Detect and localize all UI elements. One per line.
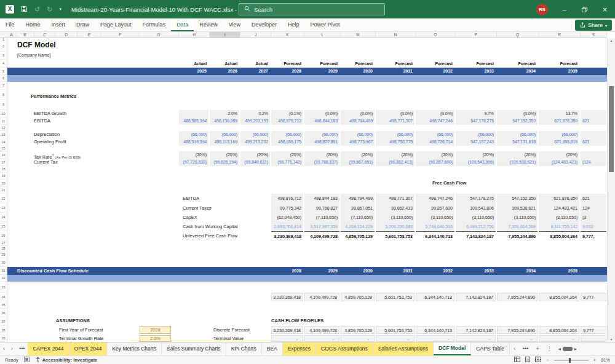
column-header-G[interactable]: G: [139, 32, 179, 38]
cell[interactable]: 7,955,244,890: [497, 326, 538, 334]
cell[interactable]: (66,000): [210, 131, 239, 138]
cell[interactable]: 0.2%: [240, 110, 270, 117]
zoom-level[interactable]: 81%: [601, 357, 610, 363]
column-header-I[interactable]: I: [210, 32, 240, 38]
ribbon-tab-home[interactable]: Home: [20, 18, 46, 31]
cell[interactable]: (99,867,051): [341, 159, 375, 166]
cell[interactable]: 621: [581, 138, 606, 146]
redo-icon[interactable]: ↻: [47, 0, 52, 18]
ribbon-tab-power-pivot[interactable]: Power Pivot: [305, 18, 346, 31]
assumptions-heading[interactable]: ASSUMPTIONS: [56, 318, 90, 323]
cell[interactable]: 2034: [497, 267, 538, 275]
vertical-scrollbar-thumb[interactable]: [609, 86, 614, 172]
row-number-30[interactable]: 30: [0, 258, 7, 267]
column-header-P[interactable]: P: [456, 32, 497, 38]
sheet-nav-right-icon[interactable]: ›: [8, 342, 16, 355]
cell[interactable]: (66,000): [271, 131, 303, 138]
fcf-capex-label[interactable]: CapEX: [183, 213, 197, 222]
sheet-tab-capex-2044[interactable]: CAPEX 2044: [28, 342, 69, 355]
cell[interactable]: 7,142,824,187: [456, 231, 496, 240]
cell[interactable]: -: [456, 335, 496, 342]
row-number-6[interactable]: 6: [0, 75, 7, 82]
column-header-C[interactable]: C: [34, 32, 55, 38]
cell[interactable]: (0.0%): [376, 110, 415, 117]
cell[interactable]: 5,748,646,516: [416, 222, 454, 231]
cell[interactable]: 2035: [539, 68, 579, 75]
cell[interactable]: 99,867,051: [341, 204, 375, 213]
cell[interactable]: 547,178,275: [456, 194, 496, 204]
cell[interactable]: (62,049,450): [271, 213, 303, 222]
ribbon-tab-view[interactable]: View: [223, 18, 246, 31]
cell[interactable]: 2030: [341, 68, 375, 75]
cell[interactable]: (20%): [271, 151, 303, 159]
cell[interactable]: 499,213,202: [240, 138, 270, 146]
cell[interactable]: (20%): [179, 151, 208, 159]
qat-customize-icon[interactable]: ▾: [59, 7, 62, 12]
ribbon-tab-page-layout[interactable]: Page Layout: [95, 18, 137, 31]
cell[interactable]: (20%): [304, 151, 339, 159]
cell[interactable]: (99,840,631): [240, 159, 270, 166]
ribbon-tab-draw[interactable]: Draw: [71, 18, 95, 31]
column-header-K[interactable]: K: [271, 32, 304, 38]
cell[interactable]: (20%): [240, 151, 270, 159]
sheet-tab-cogs-assumptions[interactable]: COGS Assumptions: [316, 342, 373, 355]
cell[interactable]: 2030: [341, 267, 375, 275]
cell[interactable]: 99,768,837: [304, 204, 339, 213]
tab-kebab-icon[interactable]: ⋮: [543, 342, 556, 355]
cell[interactable]: 2.0%: [210, 110, 239, 117]
cell[interactable]: (99,626,194): [210, 159, 239, 166]
cell[interactable]: 498,747,246: [416, 117, 454, 125]
cell[interactable]: (99,768,837): [304, 159, 339, 166]
cash-flow-profiles-heading[interactable]: CASH FLOW PROFILES: [271, 318, 323, 323]
add-sheet-icon[interactable]: +: [532, 342, 542, 355]
cell[interactable]: 5,601,753,753: [376, 231, 415, 240]
cell[interactable]: (20%): [376, 151, 415, 159]
ribbon-tab-formulas[interactable]: Formulas: [137, 18, 172, 31]
cell[interactable]: (99,775,342): [271, 159, 303, 166]
row-number-10[interactable]: 10: [0, 110, 7, 117]
sheet-tab-bea[interactable]: BEA: [262, 342, 283, 355]
cell[interactable]: [240, 335, 270, 342]
cell[interactable]: 2025: [179, 68, 208, 75]
search-box[interactable]: Search: [239, 3, 385, 15]
horizontal-scrollbar-thumb[interactable]: [563, 347, 573, 351]
cell[interactable]: 621: [581, 194, 606, 204]
cell[interactable]: (109,538,621): [497, 159, 538, 166]
cell[interactable]: 2,693,766,814: [271, 222, 303, 231]
cell[interactable]: 13.7%: [539, 110, 579, 117]
cell[interactable]: 2028: [271, 68, 303, 75]
cell[interactable]: 7,301,664,569: [497, 222, 538, 231]
cell[interactable]: (3,110,650): [539, 213, 579, 222]
cell[interactable]: 6,489,212,756: [456, 222, 496, 231]
row-number-23[interactable]: 23: [0, 204, 7, 213]
cell[interactable]: (0.0%): [416, 110, 454, 117]
cell[interactable]: [581, 110, 606, 117]
cell[interactable]: (124,483,421): [539, 159, 579, 166]
ribbon-tab-developer[interactable]: Developer: [246, 18, 282, 31]
cell[interactable]: (3,110,650): [376, 213, 415, 222]
macro-record-icon[interactable]: [24, 357, 30, 363]
cell[interactable]: 2031: [376, 267, 415, 275]
column-header-F[interactable]: F: [101, 32, 139, 38]
cell[interactable]: -: [497, 335, 538, 342]
cell[interactable]: (66,000): [456, 131, 496, 138]
column-header-H[interactable]: H: [179, 32, 210, 38]
discrete-forecast-label[interactable]: Discrete Forecast: [213, 326, 250, 334]
cell[interactable]: Actual: [210, 60, 239, 68]
cell[interactable]: 499,203,153: [240, 117, 270, 125]
row-number-8[interactable]: 8: [0, 90, 7, 100]
row-number-15[interactable]: 15: [0, 146, 7, 151]
cell[interactable]: 498,771,307: [376, 117, 415, 125]
cell[interactable]: Forecast: [304, 60, 339, 68]
zoom-slider-thumb[interactable]: [569, 358, 571, 363]
cell[interactable]: (3: [581, 213, 606, 222]
cell[interactable]: Forecast: [539, 60, 579, 68]
cell[interactable]: 547,157,243: [456, 138, 496, 146]
cell[interactable]: 124: [581, 204, 606, 213]
cell[interactable]: 4,109,499,728: [304, 326, 339, 334]
cell[interactable]: Forecast: [497, 60, 538, 68]
cell[interactable]: 2032: [416, 267, 454, 275]
cell[interactable]: Actual: [179, 60, 208, 68]
row-number-14[interactable]: 14: [0, 138, 7, 146]
hscroll-right-icon[interactable]: ▸: [574, 346, 577, 352]
